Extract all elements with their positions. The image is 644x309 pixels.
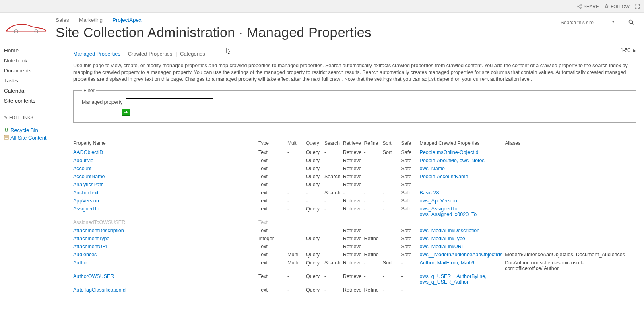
share-label: SHARE bbox=[584, 4, 599, 9]
top-tab-projectapex[interactable]: ProjectApex bbox=[112, 17, 142, 23]
nav-item-tasks[interactable]: Tasks bbox=[4, 76, 52, 86]
mapped-link[interactable]: People:msOnline-ObjectId bbox=[420, 150, 479, 155]
property-link[interactable]: Account bbox=[73, 166, 91, 171]
property-link[interactable]: AttachmentType bbox=[73, 236, 109, 241]
mapped-link[interactable]: ows_q_USER__AuthorByline, ows_q_USER_Aut… bbox=[420, 274, 487, 285]
page-title: Site Collection Administration · Managed… bbox=[56, 25, 636, 40]
table-row: AADObjectIDText-Query-Retrieve-SortSafeP… bbox=[73, 148, 636, 157]
column-header[interactable]: Multi bbox=[287, 139, 306, 148]
mapped-link[interactable]: ows__ModernAudienceAadObjectIds bbox=[420, 252, 503, 258]
table-row: AnchorTextText--Search---SafeBasic:28 bbox=[73, 189, 636, 197]
nav-item-notebook[interactable]: Notebook bbox=[4, 56, 52, 66]
property-link[interactable]: AttachmentURI bbox=[73, 244, 107, 249]
table-header-row: Property NameTypeMultiQuerySearchRetriev… bbox=[73, 139, 636, 148]
top-tab-sales[interactable]: Sales bbox=[56, 17, 69, 23]
nav-item-calendar[interactable]: Calendar bbox=[4, 86, 52, 96]
top-tabs: SalesMarketingProjectApex bbox=[56, 17, 636, 23]
table-row: AccountNameText-QuerySearchRetrieve--Saf… bbox=[73, 173, 636, 181]
site-logo[interactable] bbox=[4, 16, 48, 38]
mapped-link[interactable]: ows_AssignedTo, ows_Assigned_x0020_To bbox=[420, 206, 477, 217]
svg-point-6 bbox=[629, 20, 633, 23]
column-header[interactable]: Sort bbox=[383, 139, 401, 148]
fullscreen-icon bbox=[634, 4, 640, 9]
table-row: AuthorTextMultiQuerySearchRetrieve-Sort-… bbox=[73, 259, 636, 272]
nav-item-site-contents[interactable]: Site contents bbox=[4, 96, 52, 106]
property-link[interactable]: AssignedToOWSUSER bbox=[73, 220, 125, 225]
property-link[interactable]: AutoTagClassificationId bbox=[73, 287, 126, 293]
column-header[interactable]: Mapped Crawled Properties bbox=[420, 139, 505, 148]
ribbon-bar: SHARE FOLLOW bbox=[0, 0, 644, 13]
property-link[interactable]: AttachmentDescription bbox=[73, 228, 124, 233]
mapped-link[interactable]: ows_Name bbox=[420, 166, 445, 171]
search-input[interactable] bbox=[558, 18, 626, 27]
list-icon bbox=[4, 135, 9, 141]
recycle-icon bbox=[4, 127, 9, 133]
property-link[interactable]: AADObjectID bbox=[73, 150, 103, 155]
table-row: AboutMeText-Query-Retrieve--SafePeople:A… bbox=[73, 157, 636, 165]
property-link[interactable]: AnchorText bbox=[73, 190, 99, 196]
property-link[interactable]: AppVersion bbox=[73, 198, 99, 204]
admin-links: Recycle BinAll Site Content bbox=[4, 126, 52, 142]
sub-tab-managed[interactable]: Managed Properties bbox=[73, 51, 120, 57]
pager: 1-50 ▶ bbox=[621, 47, 636, 53]
sub-tab-categories[interactable]: Categories bbox=[180, 51, 205, 57]
car-logo-icon bbox=[4, 19, 48, 35]
property-link[interactable]: AboutMe bbox=[73, 158, 93, 163]
mapped-link[interactable]: People:AccountName bbox=[420, 174, 469, 179]
arrow-right-icon bbox=[124, 110, 128, 115]
property-link[interactable]: Audiences bbox=[73, 252, 97, 258]
filter-go-button[interactable] bbox=[122, 109, 130, 116]
filter-legend: Filter bbox=[82, 88, 96, 93]
svg-point-1 bbox=[580, 4, 581, 6]
site-search: ▼ bbox=[558, 18, 634, 27]
column-header[interactable]: Type bbox=[258, 139, 287, 148]
filter-input[interactable] bbox=[126, 98, 213, 106]
cursor-indicator bbox=[225, 48, 231, 57]
mapped-link[interactable]: ows_MediaLinkURI bbox=[420, 244, 463, 249]
follow-label: FOLLOW bbox=[611, 4, 630, 9]
column-header[interactable]: Search bbox=[324, 139, 343, 148]
admin-link-recycle-bin[interactable]: Recycle Bin bbox=[4, 127, 38, 133]
share-icon bbox=[576, 4, 582, 9]
fullscreen-action[interactable] bbox=[634, 4, 640, 9]
pager-range: 1-50 bbox=[621, 47, 630, 53]
column-header[interactable]: Refine bbox=[364, 139, 383, 148]
table-row: AssignedToText-Query-Retrieve--Safeows_A… bbox=[73, 205, 636, 218]
mapped-link[interactable]: Basic:28 bbox=[420, 190, 439, 196]
schema-sub-tabs: Managed Properties | Crawled Properties … bbox=[73, 51, 206, 57]
sub-tab-crawled[interactable]: Crawled Properties bbox=[128, 51, 173, 57]
property-link[interactable]: AccountName bbox=[73, 174, 105, 179]
column-header[interactable]: Safe bbox=[401, 139, 420, 148]
table-row: AssignedToOWSUSERText bbox=[73, 218, 636, 227]
property-link[interactable]: AnalyticsPath bbox=[73, 182, 104, 187]
nav-item-home[interactable]: Home bbox=[4, 45, 52, 56]
search-scope-dropdown[interactable]: ▼ bbox=[611, 20, 615, 24]
managed-properties-table: Property NameTypeMultiQuerySearchRetriev… bbox=[73, 139, 636, 294]
filter-label: Managed property bbox=[82, 99, 122, 105]
mapped-link[interactable]: ows_MediaLinkDescription bbox=[420, 228, 480, 233]
edit-links[interactable]: EDIT LINKS bbox=[4, 113, 52, 122]
property-link[interactable]: AssignedTo bbox=[73, 206, 99, 212]
mapped-link[interactable]: Author, MailFrom, Mail:6 bbox=[420, 260, 474, 266]
column-header[interactable]: Property Name bbox=[73, 139, 258, 148]
table-row: AttachmentTypeInteger-Query-RetrieveRefi… bbox=[73, 235, 636, 243]
table-row: AutoTagClassificationIdText-Query-Retrie… bbox=[73, 286, 636, 294]
top-tab-marketing[interactable]: Marketing bbox=[79, 17, 103, 23]
pager-next[interactable]: ▶ bbox=[633, 48, 636, 53]
mapped-link[interactable]: People:AboutMe, ows_Notes bbox=[420, 158, 485, 163]
mapped-link[interactable]: ows_MediaLinkType bbox=[420, 236, 465, 241]
mapped-link[interactable]: ows_AppVersion bbox=[420, 198, 457, 204]
property-link[interactable]: AuthorOWSUSER bbox=[73, 274, 114, 279]
column-header[interactable]: Aliases bbox=[505, 139, 636, 148]
column-header[interactable]: Retrieve bbox=[343, 139, 364, 148]
search-go-button[interactable] bbox=[628, 19, 634, 27]
follow-action[interactable]: FOLLOW bbox=[604, 4, 630, 9]
table-row: AnalyticsPathText-Query-Retrieve--Safe bbox=[73, 181, 636, 189]
share-action[interactable]: SHARE bbox=[576, 4, 599, 9]
intro-text: Use this page to view, create, or modify… bbox=[73, 62, 636, 83]
nav-item-documents[interactable]: Documents bbox=[4, 66, 52, 76]
admin-link-all-site-content[interactable]: All Site Content bbox=[4, 135, 47, 141]
column-header[interactable]: Query bbox=[306, 139, 324, 148]
table-row: AuthorOWSUSERText-Query-Retrieve---ows_q… bbox=[73, 272, 636, 286]
property-link[interactable]: Author bbox=[73, 260, 88, 266]
